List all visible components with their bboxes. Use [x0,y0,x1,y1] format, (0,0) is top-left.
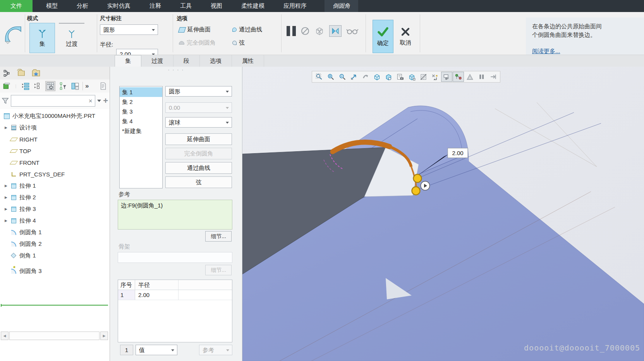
tree-filter-input[interactable] [11,95,86,106]
tree-row-extrude-1[interactable]: ▶ 拉伸 1 [0,180,110,192]
dimension-value[interactable]: 2.00 [452,150,463,156]
scrollbar-track[interactable] [9,332,100,340]
menu-flex-modeling[interactable]: 柔性建模 [233,0,273,12]
chord-option[interactable]: 弦 [232,39,245,47]
spin-center-icon[interactable] [453,72,464,82]
tree-row-extrude-4[interactable]: ▶ 拉伸 4 [0,215,110,226]
tree-row-round-3-new[interactable]: ▶ * 倒圆角 3 [0,265,110,277]
menu-file[interactable]: 文件 [0,0,33,12]
read-more-link[interactable]: 阅读更多... [532,48,560,54]
ok-button[interactable]: 确定 [373,20,393,53]
toolbar-overflow-chevrons[interactable]: » [85,82,89,90]
mode-transition-button[interactable]: 过渡 [59,23,84,53]
scroll-right-icon[interactable]: ▶ [100,332,108,340]
set-list-item[interactable]: 集 4 [120,116,162,126]
pause-feature-icon[interactable] [287,26,296,36]
view-manager-icon[interactable] [406,72,417,82]
expand-arrow-icon[interactable]: ▶ [5,195,9,199]
through-curve-option[interactable]: 通过曲线 [232,26,262,33]
section-shape-select[interactable]: 圆形 [165,86,232,97]
tree-list-view-icon[interactable] [21,81,31,91]
tree-row-extrude-3[interactable]: ▶ 拉伸 3 [0,203,110,215]
tree-row-top-plane[interactable]: ▶ TOP [0,145,110,157]
tab-pieces[interactable]: 段 [173,55,200,67]
annotation-display-icon[interactable] [441,72,452,82]
zoom-out-icon[interactable] [337,72,348,82]
expand-arrow-icon[interactable]: ▶ [5,207,9,211]
chord-button[interactable]: 弦 [165,176,232,188]
tree-columns-view-button[interactable] [45,81,55,91]
display-style-icon[interactable] [371,72,383,82]
tree-row-csys[interactable]: ▶ PRT_CSYS_DEF [0,168,110,180]
no-preview-icon[interactable] [301,26,310,36]
exit-icon[interactable] [488,72,499,82]
perspective-icon[interactable] [464,72,476,82]
section-view-icon[interactable] [418,72,429,82]
tree-structure-icon[interactable] [2,69,11,78]
tree-row-chamfer-1[interactable]: ▶ 倒角 1 [0,250,110,261]
add-filter-icon[interactable]: + [103,97,108,105]
model-3d-view[interactable]: 2.00 [242,67,644,361]
tree-row-design-items[interactable]: ▶ 设计项 [0,122,110,133]
cell-radius[interactable]: 2.00 [135,290,179,300]
fillet-shape-select[interactable]: 圆形 [100,24,158,35]
unattached-preview-icon[interactable] [314,26,325,36]
extend-surfaces-button[interactable]: 延伸曲面 [165,133,232,145]
shaded-view-icon[interactable] [383,72,394,82]
tree-row-extrude-2[interactable]: ▶ 拉伸 2 [0,192,110,203]
cancel-button[interactable]: 取消 [395,20,416,53]
menu-tab-round-active[interactable]: 倒圆角 [325,0,358,12]
repaint-icon[interactable] [360,72,371,82]
zoom-in-icon[interactable] [325,72,336,82]
insert-here-indicator[interactable] [1,305,108,306]
menu-live-sim[interactable]: 实时仿真 [99,0,139,12]
folder-stack-icon[interactable] [16,68,26,78]
settings-document-icon[interactable] [98,81,108,91]
expand-arrow-icon[interactable]: ▶ [5,126,9,130]
filter-funnel-icon[interactable] [2,97,9,105]
creation-method-select[interactable]: 滚球 [165,117,232,128]
menu-tools[interactable]: 工具 [172,0,200,12]
tree-row-front-plane[interactable]: ▶ FRONT [0,157,110,168]
set-list-item[interactable]: 集 2 [120,97,162,107]
menu-analysis[interactable]: 分析 [69,0,96,12]
glasses-check-icon[interactable] [346,26,359,36]
radius-type-select[interactable]: 值 [136,345,177,355]
tab-transitions[interactable]: 过渡 [141,55,173,67]
filter-dropdown-icon[interactable] [97,100,101,102]
datum-display-filters-icon[interactable] [429,72,441,82]
menu-model[interactable]: 模型 [38,0,66,12]
tree-row-round-2[interactable]: ▶ 倒圆角 2 [0,238,110,250]
tree-root-row[interactable]: 小米充电宝10000MAH外壳.PRT [0,110,110,122]
expand-arrow-icon[interactable]: ▶ [5,184,9,188]
set-list-item[interactable]: 集 3 [120,107,162,116]
show-annotations-icon[interactable] [2,81,12,91]
clear-filter-icon[interactable]: ✕ [86,98,95,104]
pause-icon[interactable] [476,72,487,82]
radius-drag-handle[interactable] [412,187,420,195]
menu-view[interactable]: 视图 [203,0,230,12]
folder-star-icon[interactable] [31,68,41,78]
tree-filter-settings-icon[interactable] [58,81,68,91]
zoom-box-icon[interactable] [313,72,325,82]
mode-set-button[interactable]: 集 [29,23,55,53]
tab-properties[interactable]: 属性 [232,55,264,67]
panel-drag-handle[interactable]: · · · · [110,67,242,73]
set-list-item[interactable]: 集 1 [120,87,162,97]
tab-options[interactable]: 选项 [200,55,232,67]
radius-drag-handle[interactable] [414,174,422,183]
references-collector[interactable]: 边:F9(倒圆角_1) [118,200,232,230]
tree-column-manager-icon[interactable] [70,81,80,91]
tree-row-right-plane[interactable]: ▶ RIGHT [0,133,110,145]
graphics-viewport[interactable]: 2.00 dooooit@dooooit_7000005 [242,67,644,361]
tab-sets[interactable]: 集 [115,55,141,67]
through-curve-button[interactable]: 通过曲线 [165,162,232,174]
refit-icon[interactable] [348,72,359,82]
menu-annotate[interactable]: 注释 [141,0,169,12]
menu-applications[interactable]: 应用程序 [275,0,315,12]
extend-surfaces-option[interactable]: 延伸曲面 [179,26,211,33]
tree-detail-view-icon[interactable] [33,81,43,91]
tree-row-round-1[interactable]: ▶ 倒圆角 1 [0,226,110,238]
attached-preview-button[interactable] [329,25,342,37]
saved-orientations-icon[interactable] [395,72,406,82]
